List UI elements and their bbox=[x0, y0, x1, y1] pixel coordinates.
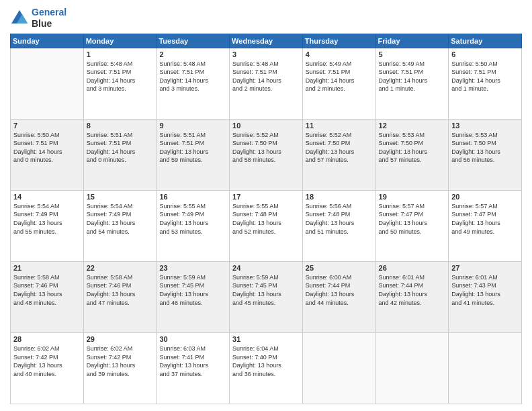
day-number: 24 bbox=[232, 264, 300, 272]
logo-icon bbox=[10, 9, 29, 28]
calendar-cell: 9Sunrise: 5:51 AM Sunset: 7:51 PM Daylig… bbox=[157, 119, 230, 190]
calendar-cell: 15Sunrise: 5:54 AM Sunset: 7:49 PM Dayli… bbox=[83, 190, 157, 261]
day-info: Sunrise: 5:55 AM Sunset: 7:49 PM Dayligh… bbox=[159, 202, 226, 236]
calendar-cell: 6Sunrise: 5:50 AM Sunset: 7:51 PM Daylig… bbox=[449, 48, 522, 119]
weekday-header: Saturday bbox=[449, 34, 522, 48]
calendar-cell: 3Sunrise: 5:48 AM Sunset: 7:51 PM Daylig… bbox=[230, 48, 303, 119]
day-number: 20 bbox=[451, 193, 519, 201]
day-number: 27 bbox=[451, 264, 519, 272]
day-number: 1 bbox=[87, 50, 154, 58]
weekday-header: Thursday bbox=[302, 34, 375, 48]
calendar-cell: 7Sunrise: 5:50 AM Sunset: 7:51 PM Daylig… bbox=[11, 119, 84, 190]
day-number: 7 bbox=[13, 122, 81, 130]
day-info: Sunrise: 6:00 AM Sunset: 7:44 PM Dayligh… bbox=[306, 273, 373, 307]
day-number: 13 bbox=[451, 122, 519, 130]
day-info: Sunrise: 5:49 AM Sunset: 7:51 PM Dayligh… bbox=[379, 60, 446, 93]
calendar-cell: 21Sunrise: 5:58 AM Sunset: 7:46 PM Dayli… bbox=[11, 261, 84, 332]
calendar-cell: 16Sunrise: 5:55 AM Sunset: 7:49 PM Dayli… bbox=[157, 190, 230, 261]
calendar-week-row: 7Sunrise: 5:50 AM Sunset: 7:51 PM Daylig… bbox=[11, 119, 522, 190]
day-number: 15 bbox=[87, 193, 154, 201]
calendar-cell bbox=[449, 332, 522, 404]
calendar-cell: 30Sunrise: 6:03 AM Sunset: 7:41 PM Dayli… bbox=[157, 332, 230, 404]
day-info: Sunrise: 5:51 AM Sunset: 7:51 PM Dayligh… bbox=[159, 131, 226, 165]
calendar-cell: 11Sunrise: 5:52 AM Sunset: 7:50 PM Dayli… bbox=[302, 119, 375, 190]
day-number: 31 bbox=[232, 335, 300, 343]
day-info: Sunrise: 6:03 AM Sunset: 7:41 PM Dayligh… bbox=[159, 345, 226, 378]
calendar-cell: 1Sunrise: 5:48 AM Sunset: 7:51 PM Daylig… bbox=[83, 48, 157, 119]
weekday-header: Friday bbox=[375, 34, 449, 48]
calendar-week-row: 28Sunrise: 6:02 AM Sunset: 7:42 PM Dayli… bbox=[11, 332, 522, 404]
day-number: 10 bbox=[232, 122, 300, 130]
day-info: Sunrise: 5:59 AM Sunset: 7:45 PM Dayligh… bbox=[159, 273, 226, 307]
day-number: 21 bbox=[13, 264, 81, 272]
day-info: Sunrise: 5:52 AM Sunset: 7:50 PM Dayligh… bbox=[306, 131, 373, 165]
calendar-cell: 28Sunrise: 6:02 AM Sunset: 7:42 PM Dayli… bbox=[11, 332, 84, 404]
calendar-cell bbox=[302, 332, 375, 404]
day-info: Sunrise: 5:48 AM Sunset: 7:51 PM Dayligh… bbox=[87, 60, 154, 93]
day-info: Sunrise: 5:59 AM Sunset: 7:45 PM Dayligh… bbox=[232, 273, 300, 307]
calendar-cell: 5Sunrise: 5:49 AM Sunset: 7:51 PM Daylig… bbox=[375, 48, 449, 119]
day-number: 28 bbox=[13, 335, 81, 343]
weekday-header: Sunday bbox=[11, 34, 84, 48]
day-info: Sunrise: 5:56 AM Sunset: 7:48 PM Dayligh… bbox=[306, 202, 373, 236]
day-number: 16 bbox=[159, 193, 226, 201]
calendar-cell: 12Sunrise: 5:53 AM Sunset: 7:50 PM Dayli… bbox=[375, 119, 449, 190]
calendar-cell bbox=[375, 332, 449, 404]
calendar-table: SundayMondayTuesdayWednesdayThursdayFrid… bbox=[10, 34, 522, 404]
calendar-cell: 19Sunrise: 5:57 AM Sunset: 7:47 PM Dayli… bbox=[375, 190, 449, 261]
calendar-header-row: SundayMondayTuesdayWednesdayThursdayFrid… bbox=[11, 34, 522, 48]
day-number: 25 bbox=[306, 264, 373, 272]
calendar-cell: 26Sunrise: 6:01 AM Sunset: 7:44 PM Dayli… bbox=[375, 261, 449, 332]
day-info: Sunrise: 5:48 AM Sunset: 7:51 PM Dayligh… bbox=[232, 60, 300, 93]
calendar-cell: 10Sunrise: 5:52 AM Sunset: 7:50 PM Dayli… bbox=[230, 119, 303, 190]
day-info: Sunrise: 5:53 AM Sunset: 7:50 PM Dayligh… bbox=[379, 131, 446, 165]
day-info: Sunrise: 6:01 AM Sunset: 7:43 PM Dayligh… bbox=[451, 273, 519, 307]
calendar-cell: 25Sunrise: 6:00 AM Sunset: 7:44 PM Dayli… bbox=[302, 261, 375, 332]
day-number: 5 bbox=[379, 50, 446, 58]
calendar-cell: 8Sunrise: 5:51 AM Sunset: 7:51 PM Daylig… bbox=[83, 119, 157, 190]
day-info: Sunrise: 5:58 AM Sunset: 7:46 PM Dayligh… bbox=[87, 273, 154, 307]
day-number: 14 bbox=[13, 193, 81, 201]
calendar-cell: 20Sunrise: 5:57 AM Sunset: 7:47 PM Dayli… bbox=[449, 190, 522, 261]
calendar-cell: 24Sunrise: 5:59 AM Sunset: 7:45 PM Dayli… bbox=[230, 261, 303, 332]
day-number: 23 bbox=[159, 264, 226, 272]
day-number: 8 bbox=[87, 122, 154, 130]
day-info: Sunrise: 6:02 AM Sunset: 7:42 PM Dayligh… bbox=[13, 345, 81, 378]
calendar-cell bbox=[11, 48, 84, 119]
calendar-cell: 29Sunrise: 6:02 AM Sunset: 7:42 PM Dayli… bbox=[83, 332, 157, 404]
day-number: 6 bbox=[451, 50, 519, 58]
day-number: 12 bbox=[379, 122, 446, 130]
day-number: 30 bbox=[159, 335, 226, 343]
day-info: Sunrise: 5:54 AM Sunset: 7:49 PM Dayligh… bbox=[87, 202, 154, 236]
day-info: Sunrise: 5:50 AM Sunset: 7:51 PM Dayligh… bbox=[451, 60, 519, 93]
calendar-cell: 18Sunrise: 5:56 AM Sunset: 7:48 PM Dayli… bbox=[302, 190, 375, 261]
day-info: Sunrise: 6:02 AM Sunset: 7:42 PM Dayligh… bbox=[87, 345, 154, 378]
calendar-cell: 4Sunrise: 5:49 AM Sunset: 7:51 PM Daylig… bbox=[302, 48, 375, 119]
day-info: Sunrise: 5:57 AM Sunset: 7:47 PM Dayligh… bbox=[451, 202, 519, 236]
logo-text: General Blue bbox=[32, 7, 66, 30]
day-info: Sunrise: 5:58 AM Sunset: 7:46 PM Dayligh… bbox=[13, 273, 81, 307]
day-info: Sunrise: 5:54 AM Sunset: 7:49 PM Dayligh… bbox=[13, 202, 81, 236]
day-info: Sunrise: 5:52 AM Sunset: 7:50 PM Dayligh… bbox=[232, 131, 300, 165]
header: General Blue bbox=[10, 7, 522, 30]
calendar-cell: 31Sunrise: 6:04 AM Sunset: 7:40 PM Dayli… bbox=[230, 332, 303, 404]
day-info: Sunrise: 5:50 AM Sunset: 7:51 PM Dayligh… bbox=[13, 131, 81, 165]
calendar-cell: 22Sunrise: 5:58 AM Sunset: 7:46 PM Dayli… bbox=[83, 261, 157, 332]
day-number: 19 bbox=[379, 193, 446, 201]
weekday-header: Monday bbox=[83, 34, 157, 48]
day-number: 29 bbox=[87, 335, 154, 343]
day-info: Sunrise: 5:53 AM Sunset: 7:50 PM Dayligh… bbox=[451, 131, 519, 165]
logo: General Blue bbox=[10, 7, 66, 30]
calendar-week-row: 1Sunrise: 5:48 AM Sunset: 7:51 PM Daylig… bbox=[11, 48, 522, 119]
day-info: Sunrise: 5:51 AM Sunset: 7:51 PM Dayligh… bbox=[87, 131, 154, 165]
weekday-header: Wednesday bbox=[230, 34, 303, 48]
calendar-cell: 17Sunrise: 5:55 AM Sunset: 7:48 PM Dayli… bbox=[230, 190, 303, 261]
day-number: 17 bbox=[232, 193, 300, 201]
day-info: Sunrise: 5:55 AM Sunset: 7:48 PM Dayligh… bbox=[232, 202, 300, 236]
day-number: 26 bbox=[379, 264, 446, 272]
day-number: 4 bbox=[306, 50, 373, 58]
page: General Blue SundayMondayTuesdayWednesda… bbox=[0, 0, 532, 411]
day-number: 18 bbox=[306, 193, 373, 201]
day-info: Sunrise: 5:48 AM Sunset: 7:51 PM Dayligh… bbox=[159, 60, 226, 93]
weekday-header: Tuesday bbox=[157, 34, 230, 48]
